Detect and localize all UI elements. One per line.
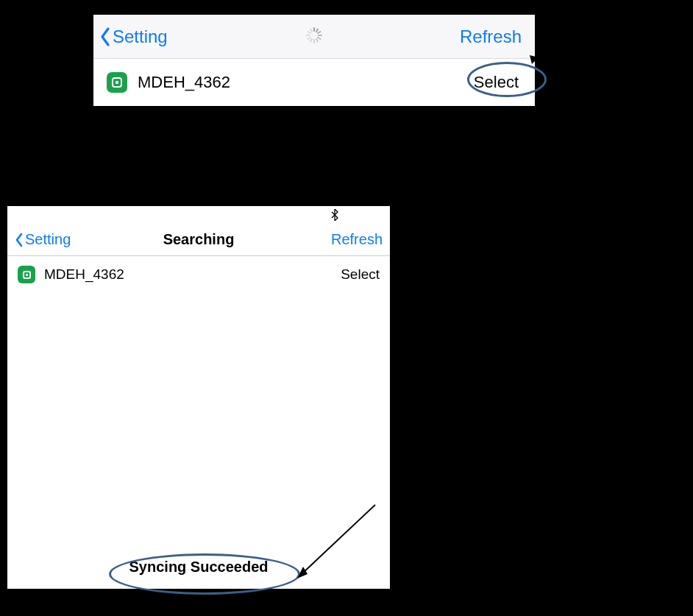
select-label: Select <box>341 266 380 282</box>
back-button[interactable]: Setting <box>93 26 168 47</box>
back-label: Setting <box>25 231 71 248</box>
status-bar <box>7 206 390 224</box>
device-row[interactable]: MDEH_4362 Select <box>93 59 535 106</box>
chevron-left-icon <box>15 233 24 247</box>
svg-line-1 <box>316 29 318 32</box>
select-label: Select <box>474 73 519 91</box>
svg-line-4 <box>318 38 321 39</box>
refresh-button[interactable]: Refresh <box>331 231 383 248</box>
back-button[interactable]: Setting <box>15 231 71 248</box>
device-row[interactable]: MDEH_4362 Select <box>7 256 390 293</box>
back-label: Setting <box>113 26 168 47</box>
svg-line-12 <box>534 60 553 79</box>
device-icon <box>107 72 127 93</box>
svg-line-7 <box>310 39 312 42</box>
page-title: Searching <box>163 231 235 248</box>
svg-line-5 <box>316 39 318 42</box>
refresh-label: Refresh <box>460 26 522 46</box>
svg-line-11 <box>310 29 312 32</box>
select-button[interactable]: Select <box>341 266 380 283</box>
bluetooth-icon <box>331 209 338 223</box>
device-name: MDEH_4362 <box>44 266 124 283</box>
device-list-panel-full: Setting Searching Refresh MDEH_4362 Sele… <box>7 206 390 589</box>
sync-status-message: Syncing Succeeded <box>129 559 269 576</box>
svg-line-10 <box>308 32 311 33</box>
svg-line-8 <box>308 38 311 39</box>
device-list-panel-top: Setting Re <box>93 15 535 106</box>
select-button[interactable]: Select <box>474 73 522 92</box>
device-icon <box>18 266 35 283</box>
navbar: Setting Searching Refresh <box>7 224 390 256</box>
refresh-button[interactable]: Refresh <box>460 26 535 47</box>
navbar: Setting Re <box>93 15 535 59</box>
loading-spinner-icon <box>305 26 323 47</box>
refresh-label: Refresh <box>331 231 383 247</box>
device-name: MDEH_4362 <box>138 73 230 92</box>
chevron-left-icon <box>99 26 111 47</box>
svg-line-2 <box>318 32 321 33</box>
